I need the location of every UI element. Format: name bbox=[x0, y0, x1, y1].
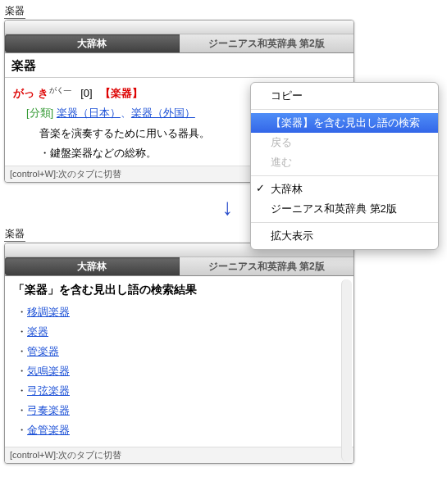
tab-daijirin[interactable]: 大辞林 bbox=[5, 257, 180, 275]
dictionary-window-2: 大辞林 ジーニアス和英辞典 第2版 「楽器」を含む見出し語の検索結果 ・移調楽器… bbox=[4, 243, 354, 464]
tab-bar: 大辞林 ジーニアス和英辞典 第2版 bbox=[5, 34, 353, 53]
list-item: ・楽器 bbox=[16, 322, 342, 342]
list-item: ・気鳴楽器 bbox=[16, 361, 342, 381]
titlebar[interactable] bbox=[5, 20, 353, 34]
list-item: ・金管楽器 bbox=[16, 420, 342, 440]
context-menu: コピー 【楽器】を含む見出し語の検索 戻る 進む ✓ 大辞林 ジーニアス和英辞典… bbox=[250, 82, 439, 250]
result-link[interactable]: 金管楽器 bbox=[27, 424, 70, 436]
result-link[interactable]: 気鳴楽器 bbox=[27, 365, 70, 377]
menu-dict-daijirin[interactable]: ✓ 大辞林 bbox=[251, 179, 438, 199]
headword: 楽器 bbox=[5, 53, 353, 78]
reading-kana: がっ き bbox=[13, 87, 48, 99]
menu-separator bbox=[251, 175, 438, 176]
menu-dict-genius[interactable]: ジーニアス和英辞典 第2版 bbox=[251, 199, 438, 219]
result-link[interactable]: 弓弦楽器 bbox=[27, 384, 70, 397]
tab-genius[interactable]: ジーニアス和英辞典 第2版 bbox=[180, 34, 354, 52]
classification-label: [分類] bbox=[26, 107, 53, 119]
menu-back: 戻る bbox=[251, 133, 438, 152]
list-item: ・管楽器 bbox=[16, 342, 342, 361]
menu-zoom[interactable]: 拡大表示 bbox=[251, 226, 438, 246]
list-item: ・移調楽器 bbox=[16, 302, 342, 322]
scrollbar[interactable] bbox=[341, 279, 352, 461]
menu-dict-daijirin-label: 大辞林 bbox=[271, 183, 303, 195]
result-link[interactable]: 弓奏楽器 bbox=[27, 404, 70, 416]
menu-search-headword[interactable]: 【楽器】を含む見出し語の検索 bbox=[251, 113, 438, 133]
tab-genius[interactable]: ジーニアス和英辞典 第2版 bbox=[180, 257, 354, 275]
list-item: ・弓奏楽器 bbox=[16, 401, 342, 420]
classification-sep: 、 bbox=[121, 107, 131, 119]
result-link[interactable]: 楽器 bbox=[27, 325, 48, 338]
tab-daijirin[interactable]: 大辞林 bbox=[5, 34, 180, 52]
window-label: 楽器 bbox=[4, 227, 25, 242]
reading-kanji: 【楽器】 bbox=[100, 87, 143, 99]
result-link[interactable]: 移調楽器 bbox=[27, 306, 70, 318]
reading-ruby: がく― bbox=[49, 86, 71, 94]
classification-link-foreign[interactable]: 楽器（外国） bbox=[131, 107, 195, 119]
search-results-list: ・移調楽器 ・楽器 ・管楽器 ・気鳴楽器 ・弓弦楽器 ・弓奏楽器 ・金管楽器 bbox=[5, 302, 353, 447]
search-results-title: 「楽器」を含む見出し語の検索結果 bbox=[5, 276, 353, 302]
window-label: 楽器 bbox=[4, 4, 25, 19]
menu-separator bbox=[251, 222, 438, 223]
classification-link-jp[interactable]: 楽器（日本） bbox=[57, 107, 121, 119]
result-link[interactable]: 管楽器 bbox=[27, 345, 59, 357]
menu-copy[interactable]: コピー bbox=[251, 86, 438, 106]
check-icon: ✓ bbox=[256, 182, 265, 194]
list-item: ・弓弦楽器 bbox=[16, 381, 342, 401]
menu-forward: 進む bbox=[251, 152, 438, 172]
accent-index: [0] bbox=[80, 87, 92, 99]
shortcut-hint: [control+W]:次のタブに切替 bbox=[5, 447, 353, 463]
menu-separator bbox=[251, 109, 438, 110]
tab-bar: 大辞林 ジーニアス和英辞典 第2版 bbox=[5, 257, 353, 276]
